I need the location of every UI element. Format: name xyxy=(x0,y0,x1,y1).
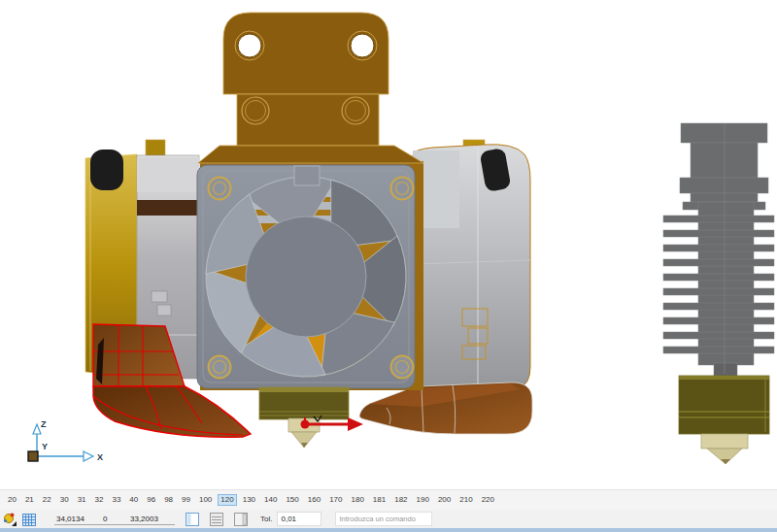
ruler-number[interactable]: 170 xyxy=(327,495,344,505)
ruler-number[interactable]: 220 xyxy=(480,495,496,505)
axis-triad: Z X Y xyxy=(28,419,103,462)
ruler-numbers: 2021223031323340969899100120130140150160… xyxy=(0,489,777,510)
ruler-number[interactable]: 182 xyxy=(392,495,409,505)
cad-application-window: Z X Y 2021223031323340969899100120130140… xyxy=(0,0,777,532)
tolerance-label: Tol. xyxy=(260,515,272,523)
ruler-number[interactable]: 98 xyxy=(162,495,175,505)
ruler-number[interactable]: 40 xyxy=(127,495,140,505)
ruler-number[interactable]: 180 xyxy=(349,495,365,505)
ruler-number[interactable]: 22 xyxy=(41,495,53,505)
cooling-fan-part[interactable] xyxy=(197,165,415,388)
panel-grid-icon[interactable] xyxy=(209,512,224,527)
fan-hub xyxy=(246,216,366,337)
grid-icon[interactable] xyxy=(21,512,37,527)
ruler-number[interactable]: 30 xyxy=(58,495,71,505)
x-axis-label: X xyxy=(97,452,103,462)
ruler-number[interactable]: 210 xyxy=(457,495,474,505)
coordinate-x-field[interactable] xyxy=(54,513,101,525)
ruler-number[interactable]: 99 xyxy=(180,495,192,505)
window-bottom-edge xyxy=(0,528,777,532)
ruler-number[interactable]: 32 xyxy=(93,495,106,505)
ruler-number[interactable]: 100 xyxy=(197,495,214,505)
coordinate-z-field[interactable] xyxy=(128,513,175,525)
ruler-number[interactable]: 120 xyxy=(219,495,235,505)
left-gold-tab xyxy=(146,140,165,157)
coordinate-y-field[interactable] xyxy=(101,513,128,525)
ruler-number[interactable]: 190 xyxy=(415,495,431,505)
ruler-number[interactable]: 31 xyxy=(76,495,88,505)
command-input[interactable] xyxy=(335,512,432,526)
ruler-number[interactable]: 20 xyxy=(6,495,18,505)
ruler-number[interactable]: 140 xyxy=(262,495,279,505)
tolerance-field[interactable] xyxy=(277,512,321,526)
panel-right-icon[interactable] xyxy=(233,512,249,527)
z-axis-arrowhead xyxy=(33,424,41,434)
ruler-number[interactable]: 181 xyxy=(371,495,388,505)
ruler-number[interactable]: 150 xyxy=(284,495,300,505)
bracket-hole-left xyxy=(238,34,261,57)
ruler-number[interactable]: 21 xyxy=(23,495,36,505)
hotend-nozzle xyxy=(701,434,748,464)
ruler-number[interactable]: 96 xyxy=(145,495,157,505)
bracket-hole-right xyxy=(351,34,374,57)
heater-block-part[interactable] xyxy=(259,387,349,419)
ucs-icon[interactable] xyxy=(2,512,17,527)
hotend-heater-block xyxy=(679,376,769,434)
ruler-number[interactable]: 33 xyxy=(110,495,122,505)
origin-marker xyxy=(28,451,38,461)
left-black-clip xyxy=(90,150,123,190)
ruler-number[interactable]: 130 xyxy=(241,495,257,505)
ruler-number[interactable]: 160 xyxy=(306,495,322,505)
x-axis-arrowhead xyxy=(84,451,93,461)
3d-viewport[interactable]: Z X Y xyxy=(0,0,777,489)
panel-left-active-icon[interactable] xyxy=(185,512,200,527)
y-axis-label: Y xyxy=(42,442,48,451)
z-axis-label: Z xyxy=(41,419,47,429)
ruler-number[interactable]: 200 xyxy=(436,495,453,505)
status-toolbar: Tol. xyxy=(0,510,777,528)
right-extruder-part[interactable] xyxy=(413,140,530,391)
hotend-heatsink-part[interactable] xyxy=(663,123,774,464)
